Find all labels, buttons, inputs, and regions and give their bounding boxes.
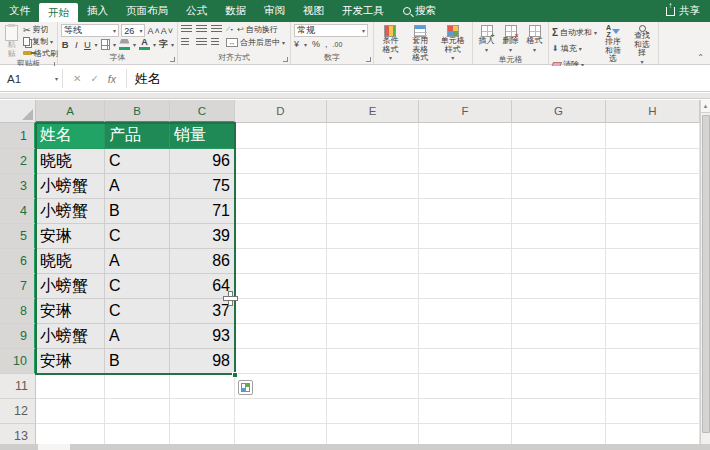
cell-F4[interactable] (419, 199, 512, 224)
cell-D2[interactable] (235, 149, 327, 174)
cancel-icon[interactable]: ✕ (73, 73, 81, 84)
cell-D12[interactable] (235, 399, 327, 424)
cell-A2[interactable]: 晓晓 (36, 149, 105, 174)
cell-G7[interactable] (512, 274, 606, 299)
wrap-text-button[interactable]: ↩自动换行 (237, 24, 278, 35)
cell-A6[interactable]: 晓晓 (36, 249, 105, 274)
cell-F7[interactable] (419, 274, 512, 299)
column-header-H[interactable]: H (606, 100, 700, 123)
row-header-5[interactable]: 5 (0, 224, 36, 249)
cell-F3[interactable] (419, 174, 512, 199)
cell-F2[interactable] (419, 149, 512, 174)
cell-F6[interactable] (419, 249, 512, 274)
format-cells-button[interactable]: 格式▾ (525, 24, 545, 55)
fill-handle[interactable] (232, 372, 238, 378)
cell-E10[interactable] (327, 349, 419, 374)
ribbon-tab-开发工具[interactable]: 开发工具 (333, 0, 393, 22)
cell-G9[interactable] (512, 324, 606, 349)
cell-B10[interactable]: B (105, 349, 170, 374)
grow-shrink-font-icons[interactable]: A˄A˅ (147, 26, 174, 36)
merge-center-button[interactable]: ↔合并后居中▾ (226, 37, 285, 48)
cell-H2[interactable] (606, 149, 700, 174)
cell-F1[interactable] (419, 123, 512, 149)
cell-D1[interactable] (235, 123, 327, 149)
dialog-launcher-icon[interactable] (170, 57, 175, 62)
cell-H12[interactable] (606, 399, 700, 424)
fill-button[interactable]: ⬇填充▾ (552, 43, 597, 54)
cell-G11[interactable] (512, 374, 606, 399)
cell-B11[interactable] (105, 374, 170, 399)
ribbon-tab-视图[interactable]: 视图 (294, 0, 333, 22)
cell-C1[interactable]: 销量 (170, 123, 235, 149)
cell-E12[interactable] (327, 399, 419, 424)
cell-A3[interactable]: 小螃蟹 (36, 174, 105, 199)
copy-button[interactable]: 复制▾ (23, 36, 58, 47)
delete-cells-button[interactable]: ×删除▾ (501, 24, 521, 55)
cell-A12[interactable] (36, 399, 105, 424)
format-as-table-button[interactable]: 套用表格格式▾ (407, 24, 434, 72)
cell-D4[interactable] (235, 199, 327, 224)
font-color-button[interactable]: A (139, 38, 150, 50)
cell-H4[interactable] (606, 199, 700, 224)
scrollbar-thumb[interactable] (702, 115, 710, 433)
cell-E7[interactable] (327, 274, 419, 299)
cell-H9[interactable] (606, 324, 700, 349)
orientation-icon[interactable]: ⟋▾ (226, 26, 233, 33)
cell-D7[interactable] (235, 274, 327, 299)
cell-G6[interactable] (512, 249, 606, 274)
row-header-11[interactable]: 11 (0, 374, 36, 399)
cell-D3[interactable] (235, 174, 327, 199)
cell-C9[interactable]: 93 (170, 324, 235, 349)
font-name-combobox[interactable]: 等线▾ (61, 24, 119, 37)
cell-C6[interactable]: 86 (170, 249, 235, 274)
cut-button[interactable]: ✂剪切 (23, 24, 58, 35)
cell-C3[interactable]: 75 (170, 174, 235, 199)
cell-B9[interactable]: A (105, 324, 170, 349)
row-header-1[interactable]: 1 (0, 123, 36, 149)
percent-style-icon[interactable]: % (312, 39, 320, 49)
cell-D6[interactable] (235, 249, 327, 274)
decimal-buttons[interactable]: .00 (333, 41, 343, 48)
insert-function-icon[interactable]: fx (108, 73, 116, 85)
cell-A10[interactable]: 安琳 (36, 349, 105, 374)
cell-B1[interactable]: 产品 (105, 123, 170, 149)
cell-G10[interactable] (512, 349, 606, 374)
align-top-icon[interactable] (181, 25, 192, 34)
cell-H8[interactable] (606, 299, 700, 324)
cell-D5[interactable] (235, 224, 327, 249)
search-box[interactable]: 搜索 (393, 0, 446, 22)
cell-F11[interactable] (419, 374, 512, 399)
dialog-launcher-icon[interactable] (366, 57, 371, 62)
cell-C11[interactable] (170, 374, 235, 399)
cell-G3[interactable] (512, 174, 606, 199)
conditional-formatting-button[interactable]: 条件格式▾ (377, 24, 404, 72)
collapse-ribbon-icon[interactable]: ⌃ (697, 53, 704, 62)
scroll-up-icon[interactable]: ▲ (701, 100, 710, 113)
italic-button[interactable]: I (72, 39, 80, 50)
ribbon-tab-数据[interactable]: 数据 (216, 0, 255, 22)
cell-G5[interactable] (512, 224, 606, 249)
cell-E5[interactable] (327, 224, 419, 249)
cell-C8[interactable]: 37 (170, 299, 235, 324)
cell-G1[interactable] (512, 123, 606, 149)
align-bottom-icon[interactable] (211, 25, 222, 34)
name-box[interactable]: A1▾ (0, 66, 62, 91)
cell-D10[interactable] (235, 349, 327, 374)
cell-G4[interactable] (512, 199, 606, 224)
ribbon-tab-审阅[interactable]: 审阅 (255, 0, 294, 22)
ribbon-tab-公式[interactable]: 公式 (177, 0, 216, 22)
cell-G2[interactable] (512, 149, 606, 174)
cell-A7[interactable]: 小螃蟹 (36, 274, 105, 299)
row-header-9[interactable]: 9 (0, 324, 36, 349)
cell-A8[interactable]: 安琳 (36, 299, 105, 324)
ribbon-tab-文件[interactable]: 文件 (0, 0, 39, 22)
column-header-G[interactable]: G (512, 100, 606, 123)
fill-color-button[interactable] (119, 39, 130, 50)
ribbon-tab-开始[interactable]: 开始 (39, 3, 78, 22)
cell-E4[interactable] (327, 199, 419, 224)
autosum-button[interactable]: Σ自动求和▾ (552, 27, 597, 38)
column-header-B[interactable]: B (105, 100, 170, 123)
cell-D8[interactable] (235, 299, 327, 324)
cell-E1[interactable] (327, 123, 419, 149)
quick-analysis-button[interactable] (238, 380, 253, 395)
